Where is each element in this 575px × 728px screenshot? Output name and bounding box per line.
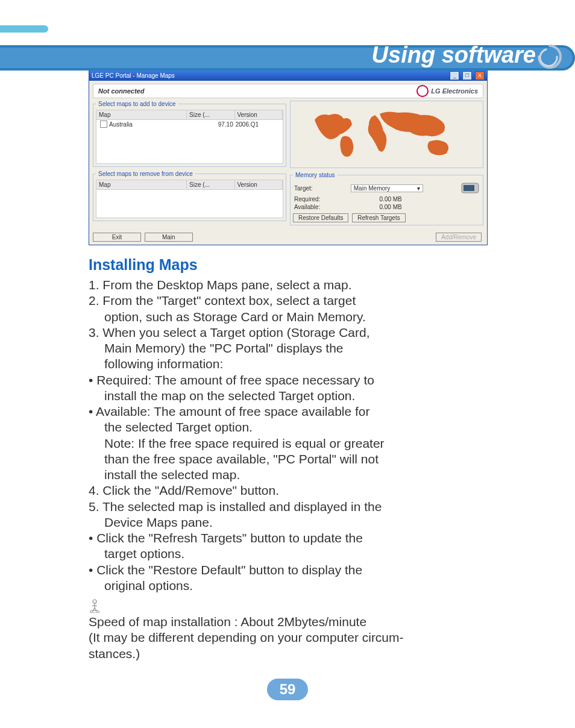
remove-maps-group: Select maps to remove from device Map Si…	[93, 171, 286, 221]
close-button[interactable]: X	[475, 71, 485, 80]
article-line: 5. The selected map is installed and dis…	[89, 499, 486, 515]
article-line: the selected Target option.	[89, 419, 486, 435]
decorative-stub	[0, 25, 48, 33]
remove-maps-legend: Select maps to remove from device	[96, 171, 195, 177]
col-version[interactable]: Version	[235, 180, 283, 189]
table-row[interactable]: Australia 97.10 2006.Q1	[96, 120, 283, 128]
col-map[interactable]: Map	[96, 180, 187, 189]
add-maps-group: Select maps to add to device Map Size (.…	[93, 101, 286, 167]
memory-status-group: Memory status Target: Main Memory ▾ Requ…	[290, 172, 483, 225]
exit-button[interactable]: Exit	[93, 233, 141, 242]
lg-logo-icon	[416, 85, 429, 97]
article-line: target options.	[89, 546, 486, 562]
col-size[interactable]: Size (...	[187, 180, 235, 189]
target-select[interactable]: Main Memory ▾	[351, 184, 423, 192]
connection-status: Not connected	[98, 87, 144, 95]
article-line: following information:	[89, 356, 486, 372]
available-value: 0.00 MB	[379, 204, 401, 210]
svg-point-3	[90, 610, 99, 613]
note-line-2: (It may be different depending on your c…	[89, 630, 486, 645]
col-size[interactable]: Size (...	[187, 110, 235, 119]
article-line: • Required: The amount of free space nec…	[89, 372, 486, 388]
app-window: LGE PC Portal - Manage Maps _ □ X Not co…	[89, 69, 488, 245]
note-line-3: stances.)	[89, 646, 486, 662]
window-title: LGE PC Portal - Manage Maps	[92, 72, 175, 79]
minimize-button[interactable]: _	[450, 71, 459, 80]
svg-rect-1	[463, 185, 474, 191]
remove-table-header: Map Size (... Version	[96, 180, 283, 190]
article-line: 2. From the "Target" context box, select…	[89, 293, 486, 309]
page-number: 59	[267, 679, 308, 700]
window-controls: _ □ X	[448, 71, 485, 80]
remove-maps-table: Map Size (... Version	[96, 180, 283, 218]
note-icon	[89, 598, 101, 613]
article-body: Installing Maps 1. From the Desktop Maps…	[89, 256, 486, 662]
titlebar: LGE PC Portal - Manage Maps _ □ X	[89, 70, 487, 81]
article-line: original options.	[89, 578, 486, 594]
memory-legend: Memory status	[293, 172, 338, 178]
maximize-button[interactable]: □	[462, 71, 472, 80]
page-header: Using software	[0, 0, 575, 69]
window-footer: Exit Main Add/Remove	[89, 233, 487, 245]
required-value: 0.00 MB	[380, 196, 402, 202]
swirl-icon	[535, 42, 564, 71]
article-line: 3. When you select a Target option (Stor…	[89, 325, 486, 340]
article-line: install the map on the selected Target o…	[89, 388, 486, 404]
article-line: Main Memory) the "PC Portal" displays th…	[89, 340, 486, 356]
article-line: Device Maps pane.	[89, 515, 486, 530]
required-label: Required:	[294, 196, 320, 202]
checkbox[interactable]	[100, 121, 107, 128]
add-remove-button[interactable]: Add/Remove	[436, 233, 482, 242]
col-map[interactable]: Map	[96, 110, 187, 119]
article-line: 4. Click the "Add/Remove" button.	[89, 483, 486, 498]
add-table-header: Map Size (... Version	[96, 110, 283, 120]
article-line: • Click the "Restore Default" button to …	[89, 562, 486, 578]
article-line: 1. From the Desktop Maps pane, select a …	[89, 277, 486, 293]
col-version[interactable]: Version	[235, 110, 283, 119]
world-map	[290, 101, 483, 168]
chevron-down-icon: ▾	[417, 185, 420, 192]
note-line-1: Speed of map installation : About 2Mbyte…	[89, 614, 486, 630]
article-line: than the free space available, "PC Porta…	[89, 451, 486, 467]
target-label: Target:	[294, 185, 313, 192]
device-icon	[461, 181, 479, 195]
main-button[interactable]: Main	[145, 233, 193, 242]
status-bar: Not connected LG Electronics	[93, 84, 483, 98]
brand-label: LG Electronics	[416, 85, 478, 97]
article-line: install the selected map.	[89, 467, 486, 483]
available-label: Available:	[294, 204, 320, 210]
article-line: • Available: The amount of free space av…	[89, 404, 486, 419]
article-line: option, such as Storage Card or Main Mem…	[89, 309, 486, 325]
add-maps-legend: Select maps to add to device	[96, 101, 178, 107]
article-heading: Installing Maps	[89, 256, 486, 274]
svg-point-2	[93, 600, 96, 603]
restore-defaults-button[interactable]: Restore Defaults	[293, 213, 348, 222]
add-maps-table: Map Size (... Version Australia 97.10 20…	[96, 110, 283, 164]
article-line: Note: If the free space required is equa…	[89, 436, 486, 451]
refresh-targets-button[interactable]: Refresh Targets	[352, 213, 405, 222]
section-title: Using software	[372, 42, 536, 68]
article-line: • Click the "Refresh Targets" button to …	[89, 530, 486, 546]
